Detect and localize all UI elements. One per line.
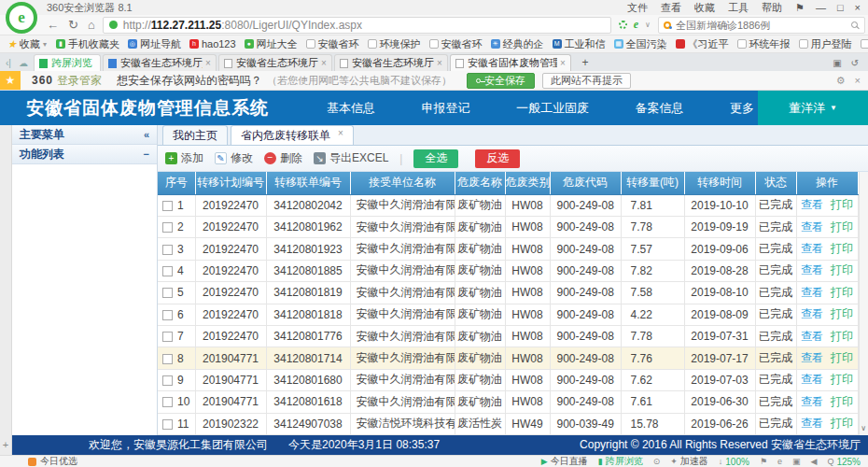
print-link[interactable]: 打印 xyxy=(831,330,853,343)
url-input[interactable]: http://112.27.211.25:8080/LigerUI/QYInde… xyxy=(103,17,611,34)
dismiss-password-button[interactable]: 此网站不再提示 xyxy=(542,73,631,89)
reopen-tab-icon[interactable]: ↺ xyxy=(851,58,859,68)
tab-list-icon[interactable]: ▣ xyxy=(833,58,841,68)
minimize-icon[interactable]: — xyxy=(816,2,826,13)
app-nav-item[interactable]: 更多 xyxy=(730,100,754,117)
view-link[interactable]: 查看 xyxy=(801,286,823,299)
browser-tab[interactable]: 安徽省生态环境厅_百度搜索 × xyxy=(103,54,217,71)
view-link[interactable]: 查看 xyxy=(801,220,823,234)
content-tab[interactable]: 省内危废转移联单 × xyxy=(231,125,354,145)
compatibility-mode-icon[interactable]: e xyxy=(634,18,638,32)
row-checkbox[interactable] xyxy=(162,332,173,342)
browser-logo-icon[interactable]: e xyxy=(6,2,37,34)
search-engine-icon[interactable] xyxy=(664,21,671,29)
table-row[interactable]: 2 201922470 34120801962 安徽中久润滑油有限公... 废矿… xyxy=(158,216,858,237)
sidebar-item[interactable] xyxy=(12,276,157,298)
view-link[interactable]: 查看 xyxy=(801,351,823,364)
print-link[interactable]: 打印 xyxy=(831,373,853,386)
table-row[interactable]: 1 201922470 34120802042 安徽中久润滑油有限公... 废矿… xyxy=(158,194,858,216)
bookmark-item[interactable]: ▮ 手机收藏夹 xyxy=(56,37,119,51)
menu-item[interactable]: 查看 xyxy=(661,1,681,15)
app-nav-item[interactable]: 申报登记 xyxy=(422,100,470,117)
column-header[interactable]: 转移时间 xyxy=(684,172,755,194)
print-link[interactable]: 打印 xyxy=(831,286,853,299)
column-header[interactable]: 序号 xyxy=(158,172,195,194)
statusbar-item[interactable]: ▶ 今日直播 xyxy=(541,455,588,467)
app-nav-item[interactable]: 备案信息 xyxy=(636,100,684,117)
table-row[interactable]: 7 201922470 34120801776 安徽中久润滑油有限公... 废矿… xyxy=(158,325,858,347)
table-row[interactable]: 4 201922470 34120801885 安徽中久润滑油有限公... 废矿… xyxy=(158,260,858,281)
column-header[interactable]: 危废类别 xyxy=(505,172,550,194)
browser-tab[interactable]: 跨屏浏览 × xyxy=(34,54,101,71)
row-checkbox[interactable] xyxy=(162,266,173,276)
table-row[interactable]: 3 201922470 34120801923 安徽中久润滑油有限公... 废矿… xyxy=(158,238,858,260)
edit-button[interactable]: ✎ 修改 xyxy=(215,150,253,166)
sidebar-main-menu-header[interactable]: 主要菜单 « xyxy=(12,125,157,145)
print-link[interactable]: 打印 xyxy=(831,263,853,276)
tab-close-icon[interactable]: × xyxy=(338,128,343,138)
row-checkbox[interactable] xyxy=(162,245,173,255)
menu-item[interactable]: 收藏 xyxy=(694,1,715,15)
view-link[interactable]: 查看 xyxy=(801,198,823,211)
sidebar-item[interactable] xyxy=(12,169,157,191)
column-header[interactable]: 转移计划编号 xyxy=(195,172,266,194)
tab-close-icon[interactable]: × xyxy=(205,58,211,68)
column-header[interactable]: 转移联单编号 xyxy=(266,172,350,194)
column-header[interactable]: 危废名称 xyxy=(455,172,505,194)
content-tab[interactable]: 我的主页 × xyxy=(162,125,228,145)
statusbar-item[interactable]: ◀ xyxy=(810,457,817,466)
print-link[interactable]: 打印 xyxy=(831,351,853,364)
scroll-down-icon[interactable]: ∨ xyxy=(861,422,866,435)
row-checkbox[interactable] xyxy=(162,375,173,386)
view-link[interactable]: 查看 xyxy=(801,307,823,320)
bookmark-item[interactable]: ◎ 网址导航 xyxy=(128,37,181,51)
row-checkbox[interactable] xyxy=(162,288,173,298)
statusbar-item[interactable]: ▣ xyxy=(792,457,801,466)
row-checkbox[interactable] xyxy=(162,419,173,430)
bookmark-item[interactable]: 环境保护 xyxy=(368,37,421,51)
view-link[interactable]: 查看 xyxy=(801,395,823,408)
tab-close-icon[interactable]: × xyxy=(437,58,442,68)
print-link[interactable]: 打印 xyxy=(831,395,853,408)
row-checkbox[interactable] xyxy=(162,310,173,320)
bar-close-icon[interactable]: × xyxy=(855,75,861,87)
row-checkbox[interactable] xyxy=(162,201,173,211)
row-checkbox[interactable] xyxy=(162,397,173,407)
favorites-menu[interactable]: ★ 收藏 ▾ xyxy=(7,37,47,51)
statusbar-item[interactable]: ↓ 100% xyxy=(719,457,749,467)
search-icon[interactable] xyxy=(851,21,858,28)
user-menu[interactable]: 董洋洋▼ xyxy=(758,91,868,125)
bookmark-item[interactable]: ▦ 全国污染 xyxy=(614,37,667,51)
export-excel-button[interactable]: ↘ 导出EXCEL xyxy=(314,150,388,166)
bookmark-item[interactable]: 安徽省环 xyxy=(429,37,483,51)
bookmark-item[interactable]: h hao123 xyxy=(189,38,236,50)
bookmark-item[interactable]: ● 网址大全 xyxy=(245,37,298,51)
gear-icon[interactable]: ⚙ xyxy=(836,75,846,87)
save-password-button[interactable]: 安全保存 xyxy=(467,73,535,89)
browser-skin-icon[interactable]: ⚑ xyxy=(795,2,805,14)
bookmark-item[interactable]: 安徽省环 xyxy=(306,37,359,51)
view-link[interactable]: 查看 xyxy=(801,373,823,386)
search-input[interactable] xyxy=(676,20,851,31)
menu-item[interactable]: 工具 xyxy=(728,1,749,15)
print-link[interactable]: 打印 xyxy=(831,417,853,430)
statusbar-item[interactable]: ⚑ xyxy=(760,457,767,466)
table-row[interactable]: 11 201902322 34124907038 安徽洁悦环境科技有限... 废… xyxy=(158,413,858,434)
column-header[interactable]: 转移量(吨) xyxy=(621,172,684,194)
print-link[interactable]: 打印 xyxy=(831,220,853,234)
bookmark-item[interactable]: M 工业和信 xyxy=(553,37,606,51)
sidebar-item[interactable] xyxy=(12,191,157,212)
statusbar-item[interactable]: ▮ 跨屏浏览 xyxy=(598,455,643,467)
close-icon[interactable]: × xyxy=(855,2,861,13)
add-button[interactable]: + 添加 xyxy=(165,150,203,166)
browser-tab[interactable]: 安徽省固体废物管理信息系统 × xyxy=(450,54,571,71)
select-all-button[interactable]: 全选 xyxy=(413,149,458,168)
sidebar-item[interactable] xyxy=(12,234,157,255)
table-row[interactable]: 8 201904771 34120801714 安徽中久润滑油有限公... 废矿… xyxy=(158,347,858,369)
delete-button[interactable]: − 删除 xyxy=(264,150,302,166)
statusbar-item[interactable]: e xyxy=(777,457,782,466)
app-nav-item[interactable]: 基本信息 xyxy=(327,100,375,117)
table-row[interactable]: 10 201904771 34120801618 安徽中久润滑油有限公... 废… xyxy=(158,391,858,413)
print-link[interactable]: 打印 xyxy=(831,242,853,255)
column-header[interactable]: 接受单位名称 xyxy=(350,172,455,194)
